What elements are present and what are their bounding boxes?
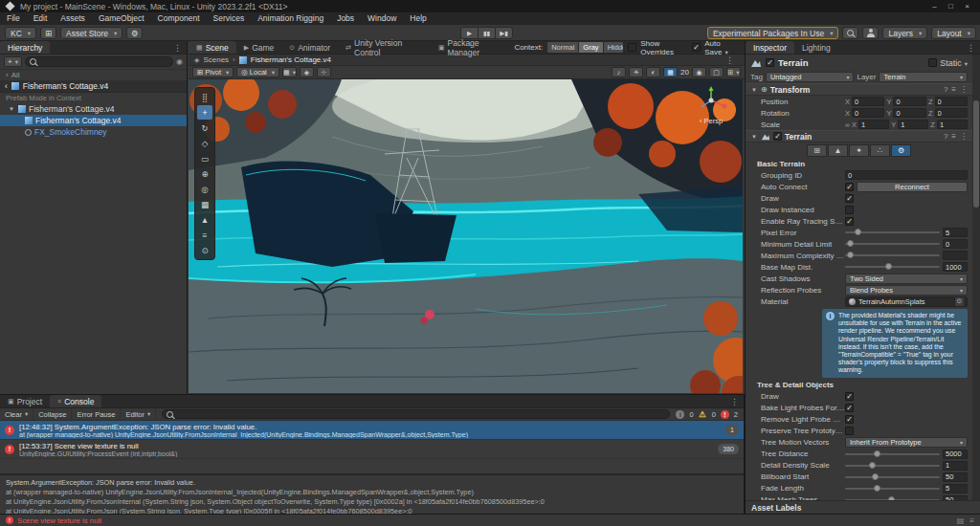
remove-ringing-checkbox[interactable]: ✓ bbox=[845, 415, 854, 424]
menu-jobs[interactable]: Jobs bbox=[330, 12, 361, 25]
snap-magnet-icon[interactable]: ◈ bbox=[300, 67, 314, 77]
asset-store-button[interactable]: Asset Store bbox=[60, 27, 122, 39]
info-count-icon[interactable]: i bbox=[676, 410, 684, 419]
tab-inspector[interactable]: Inspector bbox=[746, 41, 794, 54]
scale-y-field[interactable] bbox=[898, 120, 928, 129]
breadcrumb-root[interactable]: Scenes bbox=[203, 55, 229, 64]
effects-toggle-icon[interactable]: ◐ bbox=[646, 67, 660, 77]
pixel-error-slider[interactable] bbox=[845, 231, 940, 233]
rotation-z-field[interactable] bbox=[935, 108, 968, 118]
preserve-prototype-checkbox[interactable] bbox=[845, 427, 854, 435]
log-entry[interactable]: ! [12:48:32] System.ArgumentException: J… bbox=[0, 421, 744, 440]
tool-view-icon[interactable]: ◎ bbox=[197, 182, 212, 196]
max-complexity-slider[interactable] bbox=[845, 254, 940, 256]
ray-tracing-checkbox[interactable]: ✓ bbox=[845, 217, 854, 226]
status-message[interactable]: Scene view texture is null bbox=[17, 516, 101, 525]
billboard-start-field[interactable] bbox=[943, 472, 968, 482]
cast-shadows-dropdown[interactable]: Two Sided bbox=[845, 274, 968, 284]
base-map-slider[interactable] bbox=[845, 266, 940, 268]
foldout-icon[interactable]: ▼ bbox=[750, 87, 758, 93]
slider-thumb[interactable] bbox=[855, 229, 861, 235]
layout-dropdown[interactable]: Layout bbox=[931, 27, 976, 39]
console-more-icon[interactable]: ⋮ bbox=[725, 395, 744, 407]
detail-density-slider[interactable] bbox=[845, 465, 940, 467]
terrain-trees-tool-icon[interactable]: ✦ bbox=[849, 144, 869, 157]
terrain-enabled-checkbox[interactable]: ✓ bbox=[773, 132, 782, 141]
tool-scale-icon[interactable]: ◇ bbox=[197, 136, 212, 150]
services-icon[interactable]: ⊞ bbox=[40, 27, 56, 39]
hierarchy-add-button[interactable]: + bbox=[4, 56, 22, 67]
terrain-paint-tool-icon[interactable]: ▲ bbox=[828, 144, 848, 157]
tool-terrain-icon[interactable]: ▲ bbox=[197, 212, 212, 227]
account-button[interactable]: KC bbox=[5, 27, 36, 39]
tab-package-manager[interactable]: ▣Package Manager bbox=[431, 41, 515, 54]
back-icon[interactable]: ‹ bbox=[700, 117, 702, 125]
warning-count-icon[interactable]: ⚠ bbox=[699, 410, 707, 419]
hierarchy-scope-bar[interactable]: ‹ All bbox=[0, 70, 187, 80]
asset-labels-bar[interactable]: Asset Labels bbox=[746, 500, 980, 514]
hierarchy-item-fx-smoke[interactable]: FX_SmokeChimney bbox=[0, 126, 187, 138]
gizmos-dropdown-icon[interactable]: ⊞ bbox=[726, 67, 741, 77]
static-dropdown[interactable]: Static bbox=[940, 58, 968, 68]
terrain-details-tool-icon[interactable]: ∴ bbox=[870, 144, 890, 157]
hierarchy-eye-icon[interactable]: ◉ bbox=[176, 57, 183, 66]
foldout-icon[interactable]: ▼ bbox=[750, 134, 758, 140]
error-pause-button[interactable]: Error Pause bbox=[72, 408, 121, 421]
editor-dropdown[interactable]: Editor bbox=[121, 408, 156, 421]
hierarchy-item-root[interactable]: ▼ Fisherman's Cottage.v4 bbox=[0, 103, 187, 115]
breadcrumb-current[interactable]: Fisherman's Cottage.v4 bbox=[251, 55, 331, 64]
position-z-field[interactable] bbox=[935, 97, 968, 106]
menu-animation-rigging[interactable]: Animation Rigging bbox=[251, 12, 330, 25]
auto-connect-checkbox[interactable]: ✓ bbox=[845, 183, 854, 191]
grid-snap-icon[interactable]: ▦ bbox=[282, 67, 297, 77]
static-checkbox[interactable] bbox=[928, 58, 937, 67]
tab-project[interactable]: ▣Project bbox=[0, 395, 50, 407]
context-normal-button[interactable]: Normal bbox=[547, 42, 579, 53]
hierarchy-item-selected[interactable]: Fisherman's Cottage.v4 bbox=[0, 115, 187, 126]
base-map-field[interactable] bbox=[943, 262, 968, 272]
scrollbar-thumb[interactable] bbox=[973, 100, 979, 208]
menu-assets[interactable]: Assets bbox=[54, 12, 92, 25]
account-avatar-icon[interactable] bbox=[862, 27, 879, 39]
max-complexity-field[interactable] bbox=[943, 251, 968, 260]
tab-console[interactable]: ≡Console bbox=[50, 395, 101, 407]
min-detail-field[interactable] bbox=[943, 239, 968, 249]
preset-icon[interactable]: ≡ bbox=[951, 85, 956, 94]
foldout-icon[interactable]: ▼ bbox=[8, 106, 15, 112]
scene-visibility-icon[interactable]: ◉ bbox=[692, 67, 706, 77]
orientation-gizmo[interactable]: ‹ Persp bbox=[689, 85, 733, 125]
menu-file[interactable]: File bbox=[0, 12, 27, 25]
status-menu-icon[interactable]: ≡ bbox=[969, 516, 974, 525]
tab-game[interactable]: ▶Game bbox=[236, 41, 282, 54]
menu-gameobject[interactable]: GameObject bbox=[92, 12, 151, 25]
preset-icon[interactable]: ≡ bbox=[951, 132, 956, 141]
experimental-packages-button[interactable]: Experimental Packages In Use bbox=[707, 27, 839, 39]
help-icon[interactable]: ? bbox=[944, 85, 947, 94]
tree-distance-slider[interactable] bbox=[845, 453, 940, 455]
inspector-scrollbar[interactable] bbox=[972, 55, 980, 500]
tab-animator[interactable]: ⊙Animator bbox=[281, 41, 338, 54]
terrain-neighbor-tool-icon[interactable]: ⊞ bbox=[807, 144, 827, 157]
minimize-button[interactable]: – bbox=[927, 1, 942, 12]
tool-rotate-icon[interactable]: ↻ bbox=[197, 121, 212, 135]
tree-distance-field[interactable] bbox=[943, 449, 968, 459]
tool-move-icon[interactable]: + bbox=[197, 105, 212, 120]
shading-mode-icon[interactable]: ▦ bbox=[663, 67, 678, 77]
min-detail-slider[interactable] bbox=[845, 243, 940, 245]
tab-scene[interactable]: ▦Scene bbox=[189, 41, 236, 54]
tab-hierarchy[interactable]: Hierarchy bbox=[0, 41, 50, 54]
terrain-component-header[interactable]: ▼ ✓ Terrain ? ≡ ⋮ bbox=[746, 130, 972, 142]
search-icon[interactable] bbox=[842, 27, 858, 39]
more-icon[interactable]: ⋮ bbox=[960, 85, 968, 94]
auto-save-checkbox[interactable]: ✓ bbox=[692, 43, 701, 52]
collapse-button[interactable]: Collapse bbox=[33, 408, 72, 421]
menu-edit[interactable]: Edit bbox=[27, 12, 55, 25]
detail-density-field[interactable] bbox=[943, 461, 968, 471]
tool-transform-icon[interactable]: ⊕ bbox=[197, 166, 212, 181]
object-enabled-checkbox[interactable]: ✓ bbox=[766, 58, 774, 67]
menu-window[interactable]: Window bbox=[361, 12, 403, 25]
material-object-field[interactable]: TerrainAutumnSplats⊙ bbox=[845, 296, 968, 307]
show-overrides-checkbox[interactable] bbox=[628, 43, 636, 52]
increment-snap-icon[interactable]: ⊹ bbox=[317, 67, 331, 77]
menu-help[interactable]: Help bbox=[403, 12, 433, 25]
